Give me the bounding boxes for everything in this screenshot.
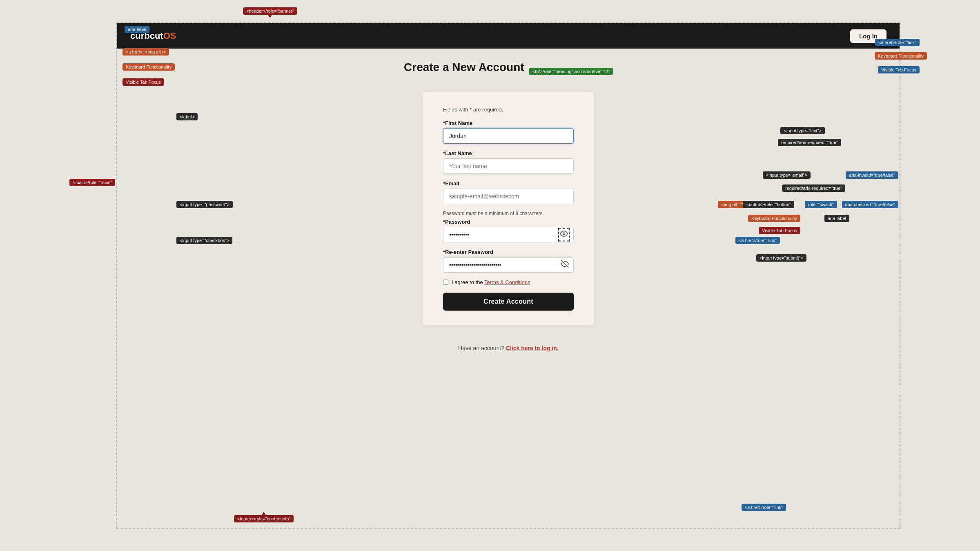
terms-checkbox[interactable]	[443, 280, 448, 285]
last-name-label: *Last Name	[443, 150, 574, 156]
required-note: Fields with * are required.	[443, 107, 574, 113]
first-name-input[interactable]	[443, 128, 574, 144]
eye-icon	[560, 230, 568, 238]
footer-login-link[interactable]: Click here to log in.	[506, 345, 559, 351]
password-hint: Password must be a minimum of 8 characte…	[443, 211, 574, 216]
site-header: curbcutOS Log In	[117, 23, 900, 49]
terms-checkbox-row: I agree to the Terms & Conditions	[443, 279, 574, 285]
main-content: Create a New Account <h2>/role="heading"…	[117, 49, 900, 338]
reenter-password-group: *Re-enter Password	[443, 249, 574, 273]
reenter-password-input[interactable]	[443, 257, 574, 273]
terms-label: I agree to the Terms & Conditions	[452, 279, 530, 285]
logo[interactable]: curbcutOS	[130, 31, 176, 41]
svg-point-0	[563, 233, 565, 235]
first-name-label: *First Name	[443, 120, 574, 126]
email-label: *Email	[443, 180, 574, 187]
site-footer: Have an account? Click here to log in.	[117, 338, 900, 359]
email-group: *Email	[443, 180, 574, 204]
login-button[interactable]: Log In	[850, 29, 886, 43]
email-input[interactable]	[443, 189, 574, 204]
h2-role-tag: <h2>/role="heading" and aria-level="2"	[529, 68, 613, 75]
form-card: Fields with * are required. *First Name …	[423, 92, 594, 325]
eye-off-icon	[561, 260, 569, 268]
last-name-input[interactable]	[443, 158, 574, 174]
last-name-group: *Last Name	[443, 150, 574, 174]
footer-text: Have an account?	[458, 345, 504, 351]
toggle-password-button[interactable]	[558, 228, 570, 242]
password-label: *Password	[443, 219, 574, 225]
password-input[interactable]	[443, 227, 574, 242]
logo-text: curbcut	[130, 31, 163, 41]
toggle-reenter-password-button[interactable]	[560, 259, 570, 271]
create-account-button[interactable]: Create Account	[443, 293, 574, 311]
password-group: *Password	[443, 219, 574, 242]
reenter-password-label: *Re-enter Password	[443, 249, 574, 255]
first-name-group: *First Name	[443, 120, 574, 144]
terms-link[interactable]: Terms & Conditions	[484, 279, 530, 285]
page-title: Create a New Account	[404, 61, 524, 74]
logo-accent: OS	[163, 31, 176, 41]
